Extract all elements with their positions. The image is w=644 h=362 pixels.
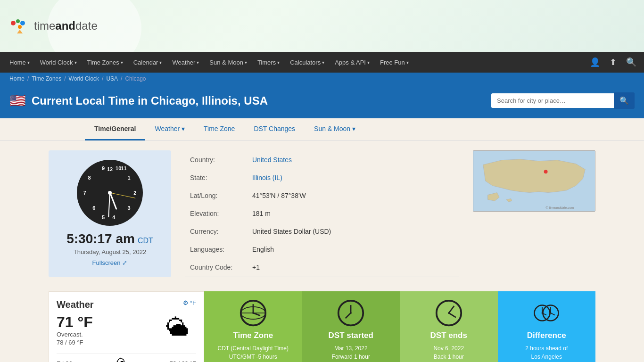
nav-home[interactable]: Home ▾: [5, 52, 34, 73]
account-icon[interactable]: 👤: [587, 57, 603, 67]
tab-timezone[interactable]: Time Zone: [194, 118, 244, 140]
chevron-icon: ▾: [322, 60, 324, 65]
dst-ends-title: DST ends: [430, 331, 467, 340]
breadcrumb-timezones[interactable]: Time Zones: [32, 75, 61, 82]
nav-calculators[interactable]: Calculators ▾: [285, 52, 329, 73]
info-value-country[interactable]: United States: [252, 156, 292, 164]
nav-timers[interactable]: Timers ▾: [253, 52, 284, 73]
svg-point-6: [544, 170, 548, 173]
breadcrumb-sep: /: [27, 75, 29, 82]
breadcrumb-home[interactable]: Home: [9, 75, 25, 82]
info-label-currency: Currency:: [186, 223, 248, 240]
info-row-languages: Languages: English: [186, 241, 458, 258]
logo-text: timeanddate: [34, 19, 98, 33]
svg-line-22: [449, 313, 456, 317]
clock-date: Thursday, August 25, 2022: [74, 248, 146, 255]
main-content: 12 1 2 3 4 5 6 7 8 9 10 11 5:30:17 am: [39, 141, 605, 362]
svg-line-21: [449, 306, 454, 313]
clock-card: 12 1 2 3 4 5 6 7 8 9 10 11 5:30:17 am: [49, 150, 171, 277]
svg-line-18: [346, 313, 351, 318]
nav-sunmoon[interactable]: Sun & Moon ▾: [205, 52, 252, 73]
info-cards: Time Zone CDT (Central Daylight Time) UT…: [204, 291, 595, 362]
breadcrumb-usa[interactable]: USA: [106, 75, 118, 82]
info-label-countrycode: Country Code:: [186, 259, 248, 276]
clock-time: 5:30:17 am CDT: [66, 231, 153, 247]
nav-freefun[interactable]: Free Fun ▾: [375, 52, 413, 73]
weather-forecast: Fri 26. 🌦 73 / 69 °F Sat 27. ⛅ 78 / 68 °…: [57, 353, 196, 362]
weather-svg-icon: 🌥: [166, 312, 196, 342]
fullscreen-link[interactable]: Fullscreen ⤢: [92, 259, 128, 266]
us-map[interactable]: © timeanddate.com: [473, 150, 595, 212]
fullscreen-icon: ⤢: [122, 259, 127, 266]
nav-calendar[interactable]: Calendar ▾: [129, 52, 167, 73]
map-area: © timeanddate.com: [473, 150, 595, 277]
tab-sunmoon[interactable]: Sun & Moon ▾: [305, 118, 365, 140]
chevron-icon: ▾: [197, 60, 199, 65]
svg-point-1: [16, 19, 20, 23]
difference-card-detail1: 2 hours ahead of: [525, 344, 568, 353]
svg-marker-4: [17, 30, 23, 33]
tab-dst[interactable]: DST Changes: [244, 118, 305, 140]
nav-weather[interactable]: Weather ▾: [167, 52, 204, 73]
dst-ends-detail1: Nov 6, 2022: [433, 344, 464, 353]
clock-num-12: 12: [107, 166, 113, 172]
dst-started-card[interactable]: DST started Mar 13, 2022 Forward 1 hour: [302, 291, 400, 362]
page-header: 🇺🇸 Current Local Time in Chicago, Illino…: [0, 85, 644, 118]
weather-icon: 🌥: [166, 312, 196, 347]
forecast-range-fri: 73 / 69 °F: [158, 360, 196, 362]
timezone-card[interactable]: Time Zone CDT (Central Daylight Time) UT…: [204, 291, 302, 362]
nav-worldclock[interactable]: World Clock ▾: [35, 52, 82, 73]
info-row-latlong: Lat/Long: 41°53'N / 87°38'W: [186, 187, 458, 204]
navbar: Home ▾ World Clock ▾ Time Zones ▾ Calend…: [0, 52, 644, 73]
minute-hand: [108, 193, 110, 217]
weather-unit[interactable]: ⚙ °F: [183, 299, 196, 306]
info-label-latlong: Lat/Long:: [186, 187, 248, 204]
nav-timezones[interactable]: Time Zones ▾: [83, 52, 128, 73]
difference-card[interactable]: Difference 2 hours ahead of Los Angeles: [498, 291, 596, 362]
search-input[interactable]: [491, 93, 614, 108]
info-row-country: Country: United States: [186, 151, 458, 168]
search-icon[interactable]: 🔍: [623, 57, 639, 67]
clock-num-1: 1: [128, 175, 131, 181]
forecast-row-fri: Fri 26. 🌦 73 / 69 °F: [57, 354, 196, 362]
breadcrumb-worldclock[interactable]: World Clock: [69, 75, 99, 82]
tab-weather[interactable]: Weather ▾: [145, 118, 194, 140]
chevron-icon: ▾: [159, 60, 162, 65]
timezone-card-title: Time Zone: [233, 331, 273, 340]
info-label-languages: Languages:: [186, 241, 248, 258]
clock-num-9: 9: [102, 165, 105, 171]
dst-ends-card[interactable]: DST ends Nov 6, 2022 Back 1 hour: [400, 291, 498, 362]
timezone-card-detail1: CDT (Central Daylight Time): [218, 344, 289, 353]
weather-description: Overcast.: [57, 331, 93, 338]
share-icon[interactable]: ⬆: [607, 57, 619, 67]
breadcrumb-sep: /: [121, 75, 122, 82]
clock-center-dot: [108, 191, 112, 195]
info-value-elevation: 181 m: [248, 205, 458, 222]
clock-section: 12 1 2 3 4 5 6 7 8 9 10 11 5:30:17 am: [49, 150, 595, 277]
difference-card-detail2: Los Angeles: [531, 353, 562, 361]
logo[interactable]: timeanddate: [9, 18, 98, 33]
svg-text:© timeanddate.com: © timeanddate.com: [546, 206, 574, 209]
timezone-icon: [239, 299, 267, 327]
chevron-icon: ▾: [27, 60, 30, 65]
info-table: Country: United States State: Illinois (…: [185, 150, 459, 277]
breadcrumb-sep: /: [64, 75, 66, 82]
info-value-state[interactable]: Illinois (IL): [252, 174, 282, 181]
info-value-latlong: 41°53'N / 87°38'W: [248, 187, 458, 204]
weather-header: Weather ⚙ °F: [57, 299, 196, 310]
clock-num-3: 3: [128, 205, 131, 211]
info-label-elevation: Elevation:: [186, 205, 248, 222]
svg-point-0: [11, 21, 16, 25]
dst-started-title: DST started: [329, 331, 373, 340]
nav-apps[interactable]: Apps & API ▾: [330, 52, 374, 73]
search-button[interactable]: 🔍: [614, 92, 635, 109]
clock-num-2: 2: [133, 190, 136, 196]
svg-point-2: [20, 21, 25, 25]
chevron-icon: ▾: [367, 60, 370, 65]
tab-time-general[interactable]: Time/General: [85, 118, 145, 140]
info-row-currency: Currency: United States Dollar (USD): [186, 223, 458, 240]
clock-time-value: 5:30:17 am: [66, 231, 135, 247]
info-row-countrycode: Country Code: +1: [186, 259, 458, 276]
search-box: 🔍: [491, 92, 635, 109]
hour-hand: [109, 192, 117, 210]
